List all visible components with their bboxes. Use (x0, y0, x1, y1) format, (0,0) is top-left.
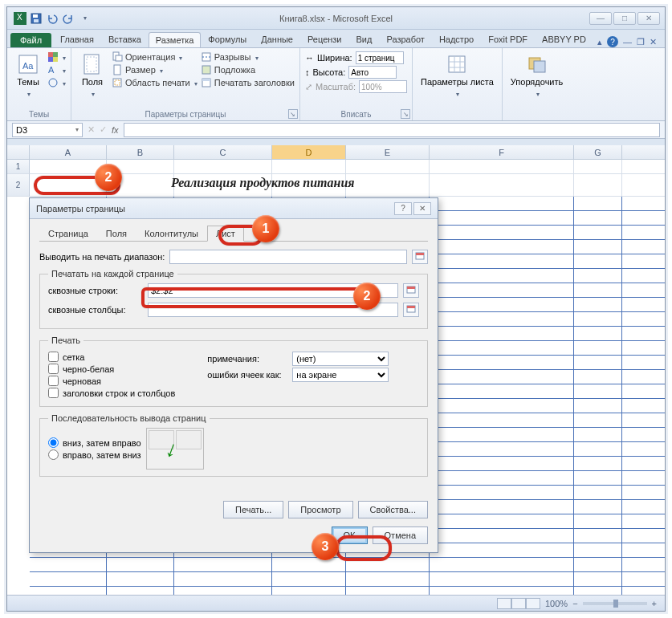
enter-icon[interactable]: ✓ (100, 124, 107, 135)
group-scale: ↔Ширина: ↕Высота: ⤢Масштаб: Вписать ↘ (300, 48, 413, 120)
draft-checkbox[interactable] (48, 376, 59, 386)
page-break-view-button[interactable] (526, 598, 540, 609)
rows-picker-button[interactable] (403, 283, 419, 298)
zoom-label: 100% (545, 599, 568, 608)
dialog-titlebar[interactable]: Параметры страницы ? ✕ (30, 198, 438, 219)
tab-developer[interactable]: Разработ (379, 31, 431, 47)
order-over-radio[interactable] (48, 449, 59, 460)
select-all-corner[interactable] (7, 145, 30, 159)
dropdown-icon (454, 88, 459, 98)
cancel-icon[interactable]: ✕ (88, 124, 95, 135)
normal-view-button[interactable] (497, 598, 511, 609)
tab-data[interactable]: Данные (254, 31, 300, 47)
width-input[interactable] (356, 51, 404, 64)
dialog-close-button[interactable]: ✕ (413, 202, 431, 215)
save-icon[interactable] (30, 12, 43, 25)
svg-rect-29 (534, 61, 545, 72)
qat-customize-icon[interactable] (78, 12, 91, 25)
dialog-help-button[interactable]: ? (394, 202, 412, 215)
print-button[interactable]: Печать... (223, 501, 283, 518)
cols-picker-button[interactable] (403, 303, 419, 317)
grid-checkbox[interactable] (48, 352, 59, 362)
col-F[interactable]: F (430, 145, 574, 159)
fx-icon[interactable]: fx (112, 125, 119, 135)
help-icon[interactable]: ? (607, 36, 618, 47)
theme-effects-button[interactable] (47, 77, 66, 88)
height-input[interactable] (348, 66, 397, 79)
col-B[interactable]: B (107, 145, 174, 159)
print-range-input[interactable] (169, 250, 407, 264)
window-close-icon[interactable]: ✕ (650, 37, 657, 47)
background-button[interactable]: Подложка (201, 64, 295, 75)
print-range-label: Выводить на печать диапазон: (39, 252, 165, 262)
tab-page[interactable]: Страница (39, 226, 97, 241)
window-min-icon[interactable]: — (623, 37, 632, 47)
width-label: Ширина: (317, 53, 352, 63)
theme-fonts-button[interactable]: A (47, 64, 66, 75)
sheet-options-button[interactable]: Параметры листа (417, 51, 497, 100)
group-themes: Aa Темы A Темы (7, 48, 71, 120)
zoom-out-button[interactable]: − (572, 599, 577, 608)
row-2[interactable]: 2 (7, 174, 30, 197)
window-restore-icon[interactable]: ❐ (637, 37, 645, 47)
group-scale-label: Вписать (305, 108, 407, 119)
tab-abbyy[interactable]: ABBYY PD (535, 31, 593, 47)
print-area-button[interactable]: Область печати (112, 77, 198, 88)
maximize-button[interactable]: □ (613, 12, 636, 25)
orientation-button[interactable]: Ориентация (112, 51, 198, 63)
ribbon-minimize-icon[interactable]: ▴ (597, 37, 602, 47)
size-button[interactable]: Размер (112, 64, 198, 75)
page-setup-dialog: Параметры страницы ? ✕ Страница Поля Кол… (29, 197, 438, 553)
themes-button[interactable]: Aa Темы (12, 51, 44, 100)
bw-checkbox[interactable] (48, 364, 59, 374)
notes-select[interactable]: (нет) (292, 352, 389, 366)
tab-view[interactable]: Вид (349, 31, 380, 47)
tab-header-footer[interactable]: Колонтитулы (136, 226, 207, 241)
undo-icon[interactable] (46, 12, 59, 25)
scale-input (359, 80, 407, 93)
col-G[interactable]: G (574, 145, 622, 159)
page-setup-launcher[interactable]: ↘ (288, 109, 298, 119)
page-layout-view-button[interactable] (511, 598, 526, 609)
col-C[interactable]: C (174, 145, 272, 159)
print-fieldset: Печать сетка черно-белая черновая заголо… (39, 335, 428, 407)
properties-button[interactable]: Свойства... (358, 501, 428, 518)
breaks-button[interactable]: Разрывы (201, 51, 295, 63)
tab-review[interactable]: Рецензи (300, 31, 349, 47)
margins-button[interactable]: Поля (76, 51, 108, 100)
cells[interactable]: Реализация продуктов питания (30, 160, 665, 197)
col-D[interactable]: D (272, 145, 346, 159)
tab-margins[interactable]: Поля (97, 226, 136, 241)
zoom-in-button[interactable]: + (652, 599, 657, 608)
zoom-slider[interactable] (583, 602, 647, 605)
headings-checkbox[interactable] (48, 388, 59, 398)
row-1[interactable]: 1 (7, 160, 30, 174)
minimize-button[interactable]: — (589, 12, 612, 25)
redo-icon[interactable] (62, 12, 75, 25)
range-picker-button[interactable] (412, 250, 428, 264)
tab-home[interactable]: Главная (53, 31, 101, 47)
print-titles-button[interactable]: Печатать заголовки (201, 77, 295, 88)
formula-input[interactable] (124, 123, 660, 137)
scale-launcher[interactable]: ↘ (401, 109, 410, 119)
tab-foxit[interactable]: Foxit PDF (481, 31, 535, 47)
col-A[interactable]: A (30, 145, 107, 159)
close-button[interactable]: ✕ (637, 12, 660, 25)
col-E[interactable]: E (346, 145, 430, 159)
errors-select[interactable]: на экране (292, 368, 389, 382)
order-down-radio[interactable] (48, 437, 59, 448)
arrange-button[interactable]: Упорядочить (507, 51, 566, 100)
tab-insert[interactable]: Вставка (101, 31, 149, 47)
file-tab[interactable]: Файл (10, 33, 51, 47)
svg-rect-35 (407, 306, 415, 308)
name-box[interactable]: D3▾ (12, 123, 83, 137)
tab-addins[interactable]: Надстро (432, 31, 481, 47)
tab-page-layout[interactable]: Разметка (149, 32, 202, 47)
group-page-setup-label: Параметры страницы (76, 108, 295, 119)
grid-cb-label: сетка (63, 352, 84, 362)
tab-formulas[interactable]: Формулы (201, 31, 254, 47)
theme-colors-button[interactable] (47, 51, 66, 63)
preview-button[interactable]: Просмотр (288, 501, 352, 518)
titlebar: Книга8.xlsx - Microsoft Excel — □ ✕ (7, 7, 665, 30)
callout-ring-ok (336, 535, 392, 561)
